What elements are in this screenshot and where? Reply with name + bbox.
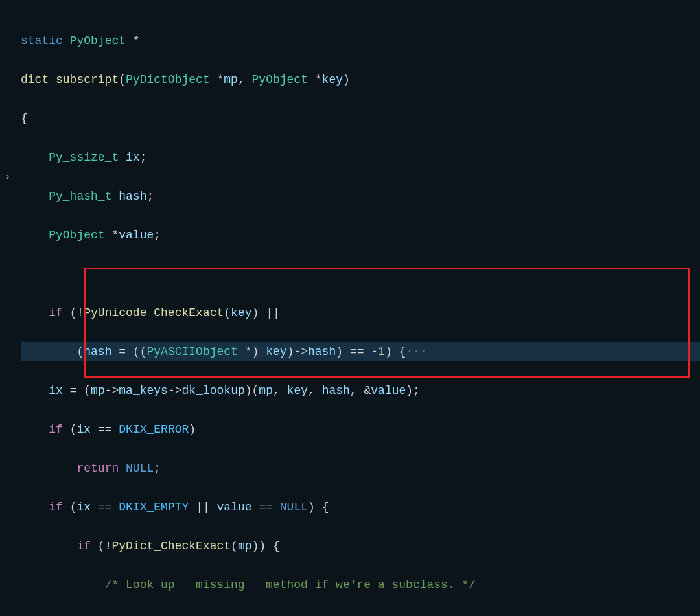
code-line[interactable]: if (!PyDict_CheckExact(mp)) {	[21, 536, 700, 556]
keyword-static: static	[21, 34, 63, 47]
code-line[interactable]: PyObject *value;	[21, 225, 700, 245]
gutter: ›	[0, 12, 16, 187]
code-line[interactable]: {	[21, 109, 700, 128]
star: *	[133, 34, 140, 47]
code-line[interactable]: /* Look up __missing__ method if we're a…	[21, 575, 700, 595]
code-line[interactable]: ix = (mp->ma_keys->dk_lookup)(mp, key, h…	[21, 381, 700, 400]
code-editor[interactable]: › static PyObject * dict_subscript(PyDic…	[0, 0, 700, 616]
code-line[interactable]	[21, 264, 700, 284]
code-line[interactable]: dict_subscript(PyDictObject *mp, PyObjec…	[21, 70, 700, 89]
code-line[interactable]: if (!PyUnicode_CheckExact(key) ||	[21, 303, 700, 323]
func-name: dict_subscript	[21, 73, 119, 86]
code-line[interactable]: if (ix == DKIX_EMPTY || value == NULL) {	[21, 497, 700, 517]
code-line[interactable]: if (ix == DKIX_ERROR)	[21, 420, 700, 439]
code-line[interactable]: return NULL;	[21, 459, 700, 478]
fold-marker[interactable]: ›	[0, 167, 16, 187]
code-line-highlighted[interactable]: (hash = ((PyASCIIObject *) key)->hash) =…	[21, 342, 700, 361]
comment: /* Look up __missing__ method if we're a…	[105, 578, 476, 591]
code-line[interactable]: static PyObject *	[21, 31, 700, 51]
type: PyObject	[70, 34, 126, 47]
code-area[interactable]: static PyObject * dict_subscript(PyDictO…	[0, 12, 700, 616]
code-line[interactable]: Py_hash_t hash;	[21, 187, 700, 206]
fold-ellipsis[interactable]: ···	[406, 345, 426, 358]
code-line[interactable]: Py_ssize_t ix;	[21, 148, 700, 167]
